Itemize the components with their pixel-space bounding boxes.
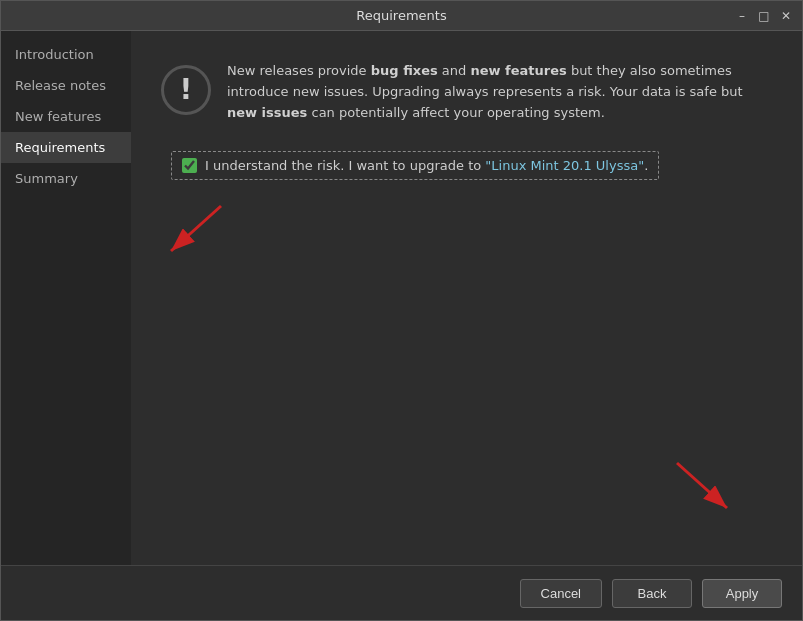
window-title: Requirements xyxy=(356,8,446,23)
sidebar: Introduction Release notes New features … xyxy=(1,31,131,565)
checkbox-label: I understand the risk. I want to upgrade… xyxy=(205,158,648,173)
checkbox-area: I understand the risk. I want to upgrade… xyxy=(171,151,772,180)
exclamation-icon: ! xyxy=(180,76,193,104)
sidebar-item-summary[interactable]: Summary xyxy=(1,163,131,194)
bold-new-features: new features xyxy=(470,63,566,78)
content-area: Introduction Release notes New features … xyxy=(1,31,802,565)
warning-text: New releases provide bug fixes and new f… xyxy=(227,61,772,123)
sidebar-item-new-features[interactable]: New features xyxy=(1,101,131,132)
main-window: Requirements – □ ✕ Introduction Release … xyxy=(0,0,803,621)
warning-icon-circle: ! xyxy=(161,65,211,115)
titlebar: Requirements – □ ✕ xyxy=(1,1,802,31)
warning-box: ! New releases provide bug fixes and new… xyxy=(161,61,772,123)
maximize-button[interactable]: □ xyxy=(756,8,772,24)
footer: Cancel Back Apply xyxy=(1,565,802,620)
minimize-button[interactable]: – xyxy=(734,8,750,24)
sidebar-item-introduction[interactable]: Introduction xyxy=(1,39,131,70)
sidebar-item-requirements[interactable]: Requirements xyxy=(1,132,131,163)
cancel-button[interactable]: Cancel xyxy=(520,579,602,608)
checkbox-border: I understand the risk. I want to upgrade… xyxy=(171,151,659,180)
sidebar-item-release-notes[interactable]: Release notes xyxy=(1,70,131,101)
window-controls: – □ ✕ xyxy=(734,8,794,24)
version-text: "Linux Mint 20.1 Ulyssa" xyxy=(485,158,644,173)
bold-new-issues: new issues xyxy=(227,105,307,120)
apply-button[interactable]: Apply xyxy=(702,579,782,608)
close-button[interactable]: ✕ xyxy=(778,8,794,24)
bold-bug-fixes: bug fixes xyxy=(371,63,438,78)
back-button[interactable]: Back xyxy=(612,579,692,608)
understand-checkbox[interactable] xyxy=(182,158,197,173)
main-content: ! New releases provide bug fixes and new… xyxy=(131,31,802,565)
